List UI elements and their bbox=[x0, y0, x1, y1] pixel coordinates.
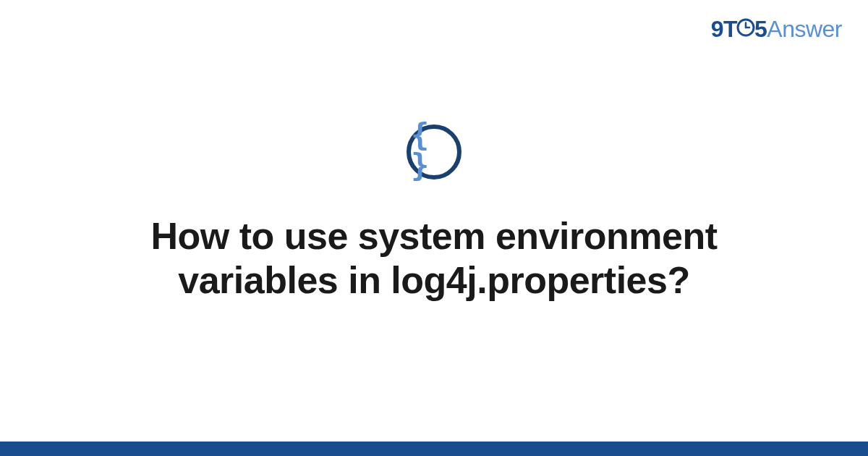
category-badge: { } bbox=[407, 124, 461, 180]
question-title: How to use system environment variables … bbox=[72, 214, 796, 303]
footer-accent-bar bbox=[0, 442, 868, 456]
main-content: { } How to use system environment variab… bbox=[0, 0, 868, 456]
braces-icon: { } bbox=[411, 120, 457, 181]
